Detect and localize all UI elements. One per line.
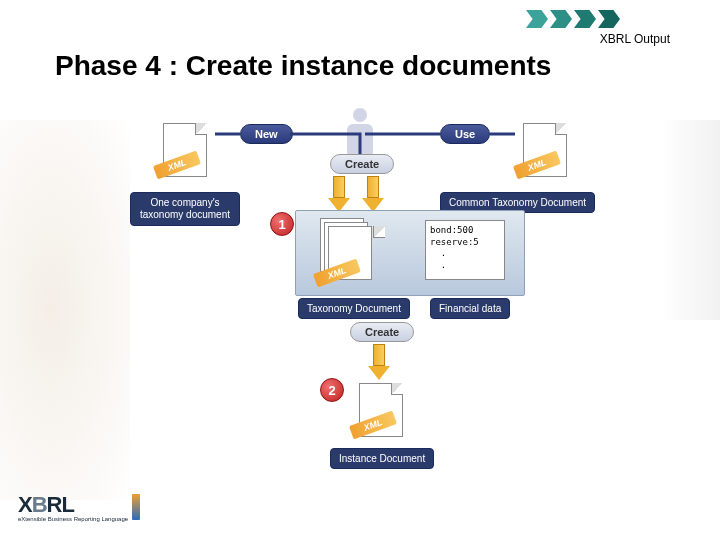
logo-mark-icon (132, 494, 140, 520)
common-taxonomy-doc-icon: XML (520, 120, 570, 180)
step-badge-1: 1 (270, 212, 294, 236)
header-chevrons (526, 10, 620, 28)
diagram: XML One company's taxonomy document XML … (130, 100, 590, 480)
step-badge-2: 2 (320, 378, 344, 402)
header-tag: XBRL Output (600, 32, 670, 46)
taxonomy-doc-label: Taxonomy Document (298, 298, 410, 319)
instance-doc-icon: XML (356, 380, 406, 440)
financial-data-label: Financial data (430, 298, 510, 319)
arrow-down-2 (368, 344, 390, 380)
taxonomy-doc-stack-icon: XML (320, 218, 380, 284)
page-title: Phase 4 : Create instance documents (55, 50, 551, 82)
create-action-bottom: Create (350, 322, 414, 342)
arrow-down-1a (328, 176, 350, 212)
arrow-down-1b (362, 176, 384, 212)
company-taxonomy-label: One company's taxonomy document (130, 192, 240, 226)
financial-data-box: bond:500 reserve:5 . . (425, 220, 505, 280)
instance-doc-label: Instance Document (330, 448, 434, 469)
company-taxonomy-doc-icon: XML (160, 120, 210, 180)
xbrl-logo: XBRL eXtensible Business Reporting Langu… (18, 492, 140, 522)
create-action-top: Create (330, 154, 394, 174)
